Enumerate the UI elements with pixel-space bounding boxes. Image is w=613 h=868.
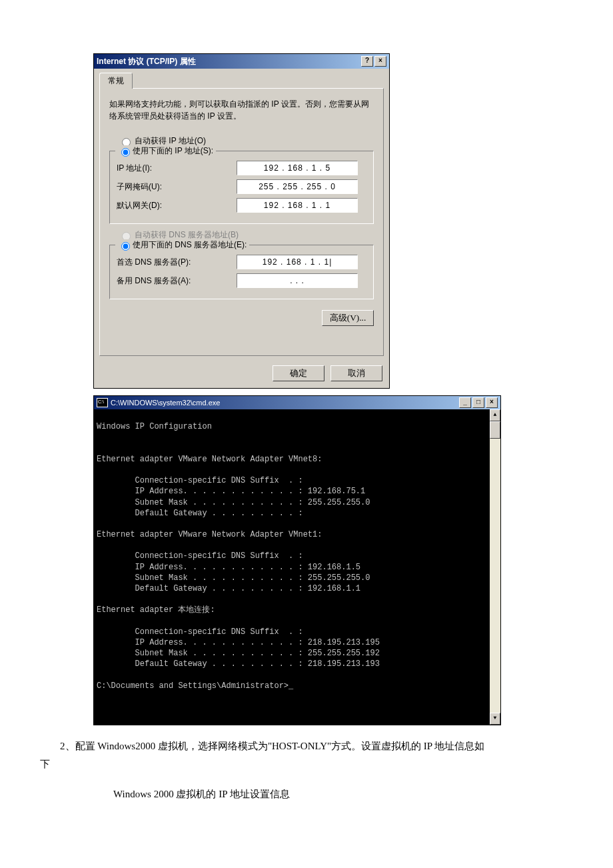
cmd-line: Subnet Mask . . . . . . . . . . . : 255.… xyxy=(97,649,380,658)
cmd-line: Subnet Mask . . . . . . . . . . . : 255.… xyxy=(97,498,370,507)
dns-groupbox: 使用下面的 DNS 服务器地址(E): 首选 DNS 服务器(P): 192 .… xyxy=(109,245,374,299)
ok-button[interactable]: 确定 xyxy=(273,365,324,381)
cmd-window: C:\ C:\WINDOWS\system32\cmd.exe _ □ × Wi… xyxy=(93,395,501,725)
gateway-input[interactable]: 192 . 168 . 1 . 1 xyxy=(237,198,358,213)
cmd-line: Ethernet adapter 本地连接: xyxy=(97,605,215,615)
scroll-track[interactable] xyxy=(490,421,500,713)
cmd-line: Connection-specific DNS Suffix . : xyxy=(97,627,303,637)
cmd-line: Windows IP Configuration xyxy=(97,422,212,431)
cmd-line: Connection-specific DNS Suffix . : xyxy=(97,476,303,485)
document-paragraph-1: 2、配置 Windows2000 虚拟机，选择网络模式为"HOST-ONLY"方… xyxy=(40,737,486,773)
radio-manual-dns[interactable] xyxy=(121,242,130,251)
cmd-line: Connection-specific DNS Suffix . : xyxy=(97,551,303,561)
cmd-line: Ethernet adapter VMware Network Adapter … xyxy=(97,530,322,539)
scroll-down-button[interactable]: ▼ xyxy=(490,713,500,725)
radio-manual-ip[interactable] xyxy=(121,148,130,157)
close-button[interactable]: × xyxy=(374,56,386,67)
watermark-spacer xyxy=(93,382,573,402)
cancel-button[interactable]: 取消 xyxy=(330,365,382,381)
description-text: 如果网络支持此功能，则可以获取自动指派的 IP 设置。否则，您需要从网络系统管理… xyxy=(109,98,374,122)
ip-address-label: IP 地址(I): xyxy=(117,163,237,174)
cmd-line: Default Gateway . . . . . . . . . : 192.… xyxy=(97,584,360,593)
dialog-titlebar: Internet 协议 (TCP/IP) 属性 ? × xyxy=(94,54,389,69)
cmd-line: Subnet Mask . . . . . . . . . . . : 255.… xyxy=(97,573,370,583)
advanced-button[interactable]: 高级(V)... xyxy=(322,310,374,326)
cmd-body: Windows IP Configuration Ethernet adapte… xyxy=(94,409,500,725)
gateway-label: 默认网关(D): xyxy=(117,200,237,211)
cmd-line: Default Gateway . . . . . . . . . : xyxy=(97,509,303,518)
ip-groupbox: 使用下面的 IP 地址(S): IP 地址(I): 192 . 168 . 1 … xyxy=(109,151,374,224)
preferred-dns-label: 首选 DNS 服务器(P): xyxy=(117,257,237,268)
cmd-line: Ethernet adapter VMware Network Adapter … xyxy=(97,455,322,464)
radio-manual-ip-label: 使用下面的 IP 地址(S): xyxy=(133,145,213,157)
subnet-mask-label: 子网掩码(U): xyxy=(117,181,237,193)
dialog-title: Internet 协议 (TCP/IP) 属性 xyxy=(97,54,196,69)
help-button[interactable]: ? xyxy=(361,56,373,67)
scroll-up-button[interactable]: ▲ xyxy=(490,409,500,421)
ip-address-input[interactable]: 192 . 168 . 1 . 5 xyxy=(237,161,358,175)
radio-manual-dns-label: 使用下面的 DNS 服务器地址(E): xyxy=(133,239,247,251)
cmd-line: IP Address. . . . . . . . . . . . : 218.… xyxy=(97,638,380,647)
tcpip-properties-dialog: Internet 协议 (TCP/IP) 属性 ? × 常规 如果网络支持此功能… xyxy=(93,53,390,389)
document-paragraph-2: Windows 2000 虚拟机的 IP 地址设置信息 xyxy=(93,785,540,803)
alternate-dns-label: 备用 DNS 服务器(A): xyxy=(117,275,237,287)
cmd-line: IP Address. . . . . . . . . . . . : 192.… xyxy=(97,563,360,572)
cmd-line: IP Address. . . . . . . . . . . . : 192.… xyxy=(97,487,365,496)
scroll-thumb[interactable] xyxy=(490,421,500,439)
cmd-prompt[interactable]: C:\Documents and Settings\Administrator>… xyxy=(97,681,293,691)
cmd-line: Default Gateway . . . . . . . . . : 218.… xyxy=(97,659,380,669)
cmd-scrollbar[interactable]: ▲ ▼ xyxy=(490,409,500,725)
preferred-dns-input[interactable]: 192 . 168 . 1 . 1| xyxy=(237,255,358,269)
subnet-mask-input[interactable]: 255 . 255 . 255 . 0 xyxy=(237,179,358,194)
tab-general[interactable]: 常规 xyxy=(99,73,133,89)
alternate-dns-input[interactable]: . . . xyxy=(237,273,358,288)
